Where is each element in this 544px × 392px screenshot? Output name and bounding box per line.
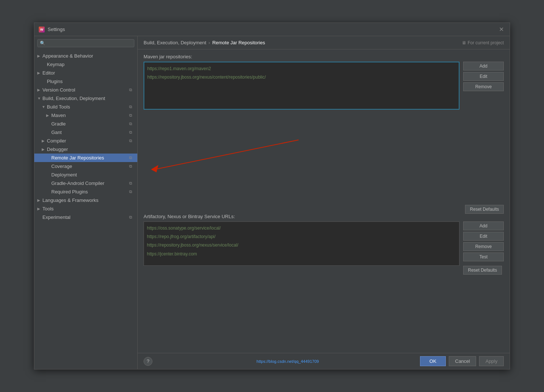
nav-arrow-icon: ▶ xyxy=(37,207,42,211)
artifactory-repo-list[interactable]: https://oss.sonatype.org/service/local/ … xyxy=(144,221,459,266)
sidebar-item-maven[interactable]: ▶Maven⧉ xyxy=(34,111,137,120)
copy-icon: ⧉ xyxy=(129,181,134,186)
artifactory-section-label: Artifactory, Nexus or Bintray Service UR… xyxy=(144,214,504,219)
nav-arrow-icon: ▶ xyxy=(37,71,42,75)
artifactory-add-button[interactable]: Add xyxy=(463,221,504,230)
svg-line-0 xyxy=(155,140,299,169)
artifactory-buttons: Add Edit Remove Test Reset Defaults xyxy=(463,221,504,275)
nav-item-label: Gradle xyxy=(51,121,129,127)
project-icon: 🖥 xyxy=(462,40,466,45)
search-input[interactable] xyxy=(48,41,132,46)
svg-marker-1 xyxy=(151,165,158,172)
nav-item-label: Build Tools xyxy=(47,104,129,110)
sidebar-item-debugger[interactable]: ▶Debugger xyxy=(34,145,137,154)
sidebar-item-languages[interactable]: ▶Languages & Frameworks xyxy=(34,196,137,204)
nav-arrow-icon: ▼ xyxy=(37,96,42,100)
arrow-annotation xyxy=(144,121,310,195)
title-bar: W Settings ✕ xyxy=(34,23,510,36)
nav-item-label: Compiler xyxy=(47,138,129,144)
copy-icon: ⧉ xyxy=(129,113,134,118)
nav-item-label: Version Control xyxy=(42,87,129,93)
sidebar-item-keymap[interactable]: Keymap xyxy=(34,60,137,69)
nav-arrow-icon: ▶ xyxy=(37,198,42,202)
artifactory-section: Artifactory, Nexus or Bintray Service UR… xyxy=(144,214,504,275)
nav-item-label: Keymap xyxy=(47,62,134,67)
nav-arrow-icon: ▶ xyxy=(42,139,47,143)
search-box[interactable]: 🔍 xyxy=(37,39,134,47)
nav-arrow-icon: ▶ xyxy=(46,113,51,117)
content-area: Maven jar repositories: https://repo1.ma… xyxy=(138,49,510,353)
maven-section-label: Maven jar repositories: xyxy=(144,54,504,59)
nav-tree: ▶Appearance & BehaviorKeymap▶EditorPlugi… xyxy=(34,50,137,369)
project-scope: 🖥 For current project xyxy=(462,40,504,45)
nav-item-label: Coverage xyxy=(51,164,129,169)
copy-icon: ⧉ xyxy=(129,121,134,127)
nav-item-label: Experimental xyxy=(42,214,129,220)
breadcrumb-parent: Build, Execution, Deployment xyxy=(144,40,206,45)
nav-item-label: Required Plugins xyxy=(51,189,129,195)
nav-item-label: Appearance & Behavior xyxy=(42,53,134,59)
cancel-button[interactable]: Cancel xyxy=(449,356,476,366)
maven-remove-button[interactable]: Remove xyxy=(463,82,504,91)
dialog-body: 🔍 ▶Appearance & BehaviorKeymap▶EditorPlu… xyxy=(34,36,510,369)
help-button[interactable]: ? xyxy=(144,357,152,366)
nav-item-label: Languages & Frameworks xyxy=(42,197,134,203)
nav-item-label: Maven xyxy=(51,113,129,118)
copy-icon: ⧉ xyxy=(129,87,134,93)
sidebar-item-gant[interactable]: Gant⧉ xyxy=(34,128,137,137)
maven-add-button[interactable]: Add xyxy=(463,62,504,71)
sidebar-item-gradle[interactable]: Gradle⧉ xyxy=(34,120,137,128)
artifactory-reset-button[interactable]: Reset Defaults xyxy=(463,266,502,275)
close-button[interactable]: ✕ xyxy=(497,25,505,34)
bottom-bar: ? https://blog.csdn.net/qq_44491709 OK C… xyxy=(138,353,510,369)
csdn-link[interactable]: https://blog.csdn.net/qq_44491709 xyxy=(256,359,319,364)
ok-button[interactable]: OK xyxy=(420,356,446,366)
maven-edit-button[interactable]: Edit xyxy=(463,72,504,81)
sidebar-item-experimental[interactable]: Experimental⧉ xyxy=(34,213,137,221)
sidebar-item-appearance[interactable]: ▶Appearance & Behavior xyxy=(34,52,137,60)
sidebar-item-deployment[interactable]: Deployment xyxy=(34,171,137,179)
apply-button[interactable]: Apply xyxy=(479,356,504,366)
sidebar-item-build-tools[interactable]: ▼Build Tools⧉ xyxy=(34,103,137,111)
project-label: For current project xyxy=(468,40,504,45)
artifactory-remove-button[interactable]: Remove xyxy=(463,242,504,251)
nav-item-label: Editor xyxy=(42,70,134,76)
sidebar-item-plugins[interactable]: Plugins xyxy=(34,77,137,86)
artifactory-test-button[interactable]: Test xyxy=(463,252,504,261)
maven-repo-list[interactable]: https://repo1.maven.org/maven2 https://r… xyxy=(144,62,459,110)
sidebar-item-remote-jar[interactable]: Remote Jar Repositories⧉ xyxy=(34,154,137,162)
sidebar-item-gradle-android[interactable]: Gradle-Android Compiler⧉ xyxy=(34,179,137,188)
nav-item-label: Debugger xyxy=(47,147,134,152)
sidebar-item-build-exec[interactable]: ▼Build, Execution, Deployment xyxy=(34,94,137,103)
nav-item-label: Plugins xyxy=(47,79,134,84)
sidebar-item-tools[interactable]: ▶Tools xyxy=(34,204,137,213)
breadcrumb-bar: Build, Execution, Deployment › Remote Ja… xyxy=(138,36,510,49)
middle-area: Reset Defaults xyxy=(144,114,504,214)
sidebar-item-editor[interactable]: ▶Editor xyxy=(34,69,137,77)
title-bar-left: W Settings xyxy=(39,27,65,32)
nav-item-label: Build, Execution, Deployment xyxy=(42,96,134,101)
maven-section-container: https://repo1.maven.org/maven2 https://r… xyxy=(144,62,504,110)
copy-icon: ⧉ xyxy=(129,164,134,169)
artifactory-url-4: https://jcenter.bintray.com xyxy=(147,250,456,258)
copy-icon: ⧉ xyxy=(129,155,134,161)
sidebar: 🔍 ▶Appearance & BehaviorKeymap▶EditorPlu… xyxy=(34,36,138,369)
artifactory-section-container: https://oss.sonatype.org/service/local/ … xyxy=(144,221,504,275)
sidebar-item-compiler[interactable]: ▶Compiler⧉ xyxy=(34,137,137,145)
artifactory-url-3: https://repository.jboss.org/nexus/servi… xyxy=(147,241,456,250)
sidebar-item-coverage[interactable]: Coverage⧉ xyxy=(34,162,137,171)
maven-reset-area: Reset Defaults xyxy=(465,205,504,214)
artifactory-edit-button[interactable]: Edit xyxy=(463,232,504,241)
maven-url-1: https://repo1.maven.org/maven2 xyxy=(147,65,456,73)
sidebar-item-required-plugins[interactable]: Required Plugins⧉ xyxy=(34,188,137,196)
maven-url-2: https://repository.jboss.org/nexus/conte… xyxy=(147,73,456,82)
nav-arrow-icon: ▶ xyxy=(37,54,42,58)
copy-icon: ⧉ xyxy=(129,130,134,135)
sidebar-item-version-control[interactable]: ▶Version Control⧉ xyxy=(34,86,137,94)
breadcrumb-separator: › xyxy=(209,40,210,45)
nav-item-label: Gradle-Android Compiler xyxy=(51,180,129,186)
maven-reset-button[interactable]: Reset Defaults xyxy=(465,205,504,214)
breadcrumb-current: Remote Jar Repositories xyxy=(212,40,265,45)
copy-icon: ⧉ xyxy=(129,138,134,144)
artifactory-url-1: https://oss.sonatype.org/service/local/ xyxy=(147,224,456,233)
